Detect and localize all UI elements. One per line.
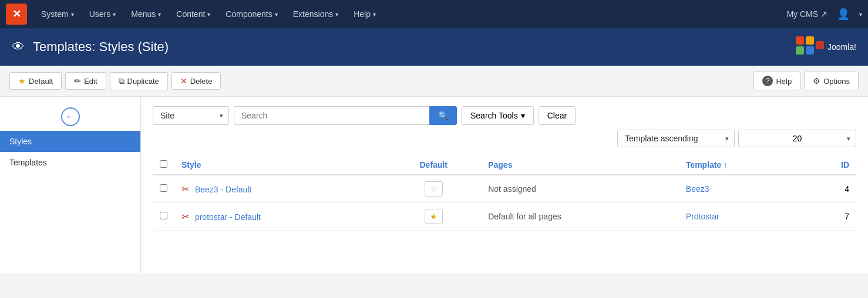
joomla-text: Joomla! — [827, 42, 856, 52]
page-header: 👁 Templates: Styles (Site) Joomla! — [0, 28, 868, 66]
nav-menu: System ▾ Users ▾ Menus ▾ Content ▾ Compo… — [34, 6, 786, 22]
back-button[interactable]: ← — [61, 107, 80, 126]
sort-bar: Template ascending Template descending S… — [153, 130, 856, 147]
default-star-button[interactable]: ☆ — [425, 181, 443, 197]
delete-button[interactable]: ✕ Delete — [171, 72, 221, 90]
star-icon: ★ — [18, 76, 26, 86]
joomla-brand: Joomla! — [795, 35, 856, 59]
select-all-checkbox[interactable] — [160, 160, 167, 168]
template-link[interactable]: Beez3 — [686, 184, 709, 194]
nav-right-area: My CMS ↗ 👤 ▾ — [786, 8, 862, 21]
row-checkbox[interactable] — [160, 184, 167, 192]
search-input[interactable] — [234, 106, 429, 125]
nav-item-system[interactable]: System ▾ — [34, 6, 81, 22]
joomla-logo-mark[interactable]: ✕ — [6, 4, 27, 25]
star-gold-icon: ★ — [430, 212, 438, 221]
joomla-logo-svg — [795, 35, 825, 59]
nav-item-components[interactable]: Components ▾ — [218, 6, 284, 22]
nav-item-menus[interactable]: Menus ▾ — [124, 6, 168, 22]
col-pages-header[interactable]: Pages — [481, 155, 679, 175]
pages-cell: Not assigned — [481, 175, 679, 203]
page-count-input[interactable] — [738, 130, 856, 147]
col-id-header[interactable]: ID — [806, 155, 856, 175]
table-row: ✂ Beez3 - Default ☆ Not assigned Beez3 — [153, 175, 856, 203]
id-cell: 7 — [806, 203, 856, 231]
sort-select[interactable]: Template ascending Template descending S… — [617, 130, 735, 147]
svg-rect-1 — [806, 36, 814, 45]
edit-icon: ✏ — [74, 76, 81, 86]
search-tools-button[interactable]: Search Tools ▾ — [462, 106, 534, 125]
search-button[interactable]: 🔍 — [429, 106, 457, 125]
star-empty-icon: ☆ — [430, 184, 438, 194]
toolbar: ★ Default ✏ Edit ⧉ Duplicate ✕ Delete ? … — [0, 66, 868, 97]
content-area: Site Administrator ▾ 🔍 Search Tools ▾ Cl… — [141, 97, 868, 273]
template-link[interactable]: Protostar — [686, 212, 719, 221]
sort-wrapper: Template ascending Template descending S… — [617, 130, 735, 147]
record-id: 7 — [845, 212, 849, 221]
default-star-button[interactable]: ★ — [425, 209, 443, 224]
duplicate-icon: ⧉ — [119, 76, 125, 86]
pages-cell: Default for all pages — [481, 203, 679, 231]
delete-icon: ✕ — [180, 76, 187, 86]
sidebar-item-templates[interactable]: Templates — [0, 152, 140, 173]
sidebar-item-styles[interactable]: Styles — [0, 131, 140, 152]
chevron-down-icon: ▾ — [207, 11, 210, 18]
default-star-cell: ☆ — [386, 175, 481, 203]
row-checkbox[interactable] — [160, 212, 167, 219]
style-icon: ✂ — [181, 184, 189, 194]
nav-item-content[interactable]: Content ▾ — [169, 6, 217, 22]
row-checkbox-cell — [153, 203, 174, 231]
chevron-down-icon: ▾ — [158, 11, 161, 18]
svg-rect-0 — [796, 36, 804, 45]
eye-icon: 👁 — [12, 39, 25, 55]
options-button[interactable]: ⚙ Options — [804, 72, 859, 90]
chevron-down-icon: ▾ — [71, 11, 74, 18]
user-icon[interactable]: 👤 — [837, 8, 850, 21]
cms-name-link[interactable]: My CMS ↗ — [786, 9, 827, 19]
sidebar: ← Styles Templates — [0, 97, 141, 273]
style-name-cell: ✂ Beez3 - Default — [174, 175, 386, 203]
main-content: ← Styles Templates Site Administrator ▾ … — [0, 97, 868, 273]
help-button[interactable]: ? Help — [753, 72, 800, 90]
top-navigation: ✕ System ▾ Users ▾ Menus ▾ Content ▾ Com… — [0, 0, 868, 28]
default-star-cell: ★ — [386, 203, 481, 231]
page-title: Templates: Styles (Site) — [33, 39, 795, 55]
default-button[interactable]: ★ Default — [9, 72, 62, 90]
style-name-cell: ✂ protostar - Default — [174, 203, 386, 231]
row-checkbox-cell — [153, 175, 174, 203]
styles-table: Style Default Pages Template ↑ ID — [153, 155, 856, 231]
nav-item-extensions[interactable]: Extensions ▾ — [286, 6, 345, 22]
chevron-down-icon: ▾ — [521, 111, 525, 120]
id-cell: 4 — [806, 175, 856, 203]
nav-item-users[interactable]: Users ▾ — [82, 6, 123, 22]
col-template-header[interactable]: Template ↑ — [679, 155, 806, 175]
table-header-row: Style Default Pages Template ↑ ID — [153, 155, 856, 175]
chevron-down-icon: ▾ — [335, 11, 338, 18]
chevron-down-icon: ▾ — [373, 11, 376, 18]
template-cell: Beez3 — [679, 175, 806, 203]
svg-rect-2 — [796, 46, 804, 55]
record-id: 4 — [845, 184, 849, 194]
nav-item-help[interactable]: Help ▾ — [346, 6, 383, 22]
col-default-header[interactable]: Default — [386, 155, 481, 175]
pages-text: Default for all pages — [488, 212, 561, 221]
svg-rect-3 — [806, 46, 814, 55]
style-link[interactable]: protostar - Default — [195, 212, 261, 222]
location-filter[interactable]: Site Administrator — [153, 106, 229, 125]
clear-button[interactable]: Clear — [539, 106, 576, 125]
location-filter-wrapper: Site Administrator ▾ — [153, 106, 229, 125]
toolbar-right: ? Help ⚙ Options — [753, 72, 859, 90]
duplicate-button[interactable]: ⧉ Duplicate — [110, 72, 168, 90]
help-icon: ? — [762, 76, 773, 86]
style-link[interactable]: Beez3 - Default — [195, 185, 252, 194]
col-style-header[interactable]: Style — [174, 155, 386, 175]
chevron-down-icon[interactable]: ▾ — [859, 11, 862, 18]
col-checkbox-header — [153, 155, 174, 175]
edit-button[interactable]: ✏ Edit — [65, 72, 106, 90]
style-icon: ✂ — [181, 212, 189, 222]
sidebar-back-area: ← — [0, 103, 140, 131]
chevron-down-icon: ▾ — [275, 11, 278, 18]
template-cell: Protostar — [679, 203, 806, 231]
search-wrapper: 🔍 — [234, 106, 457, 125]
chevron-down-icon: ▾ — [113, 11, 116, 18]
